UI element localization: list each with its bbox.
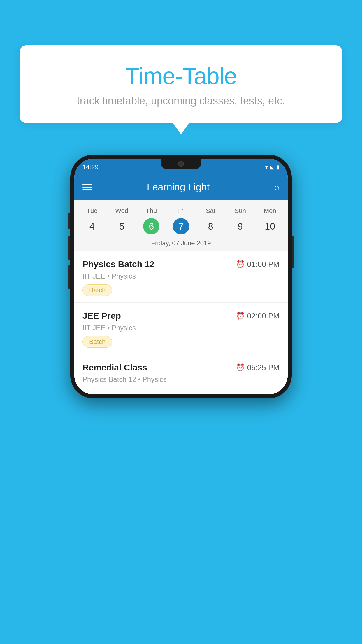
day-label-wed[interactable]: Wed <box>107 205 137 216</box>
day-number-9[interactable]: 9 <box>226 218 255 235</box>
day-label-sun[interactable]: Sun <box>226 205 255 216</box>
day-label-thu[interactable]: Thu <box>136 205 166 216</box>
wifi-icon: ▾ <box>265 164 268 170</box>
class-item-header-2: Remedial Class ⏰ 05:25 PM <box>82 363 280 372</box>
date-label: Friday, 07 June 2019 <box>74 237 288 251</box>
class-list: Physics Batch 12 ⏰ 01:00 PM IIT JEE • Ph… <box>74 251 288 394</box>
clock-icon-1: ⏰ <box>236 312 245 320</box>
speech-bubble: Time-Table track timetable, upcoming cla… <box>20 45 342 123</box>
class-time-0: ⏰ 01:00 PM <box>236 260 280 269</box>
bubble-title: Time-Table <box>31 63 331 90</box>
status-time: 14:29 <box>82 163 99 171</box>
class-item-0[interactable]: Physics Batch 12 ⏰ 01:00 PM IIT JEE • Ph… <box>74 251 288 303</box>
class-time-1: ⏰ 02:00 PM <box>236 312 280 321</box>
class-meta-0: IIT JEE • Physics <box>82 272 280 280</box>
clock-icon-0: ⏰ <box>236 260 245 268</box>
status-icons: ▾ ◣ ▮ <box>265 164 280 170</box>
day-number-8[interactable]: 8 <box>196 218 226 235</box>
day-label-mon[interactable]: Mon <box>255 205 285 216</box>
class-name-0: Physics Batch 12 <box>82 259 154 269</box>
hamburger-menu-icon[interactable] <box>82 184 92 190</box>
day-number-6[interactable]: 6 <box>143 218 159 235</box>
search-icon[interactable]: ⌕ <box>274 182 280 192</box>
phone-btn-volume-down <box>68 265 70 289</box>
app-title: Learning Light <box>99 181 258 193</box>
battery-icon: ▮ <box>277 164 280 170</box>
signal-icon: ◣ <box>270 164 274 170</box>
day-label-fri[interactable]: Fri <box>166 205 196 216</box>
calendar-strip: TueWedThuFriSatSunMon 45678910 Friday, 0… <box>74 200 288 251</box>
phone-btn-power <box>292 236 294 268</box>
phone-btn-volume-up <box>68 236 70 260</box>
day-label-tue[interactable]: Tue <box>77 205 107 216</box>
class-name-1: JEE Prep <box>82 311 121 321</box>
phone-outer: 14:29 ▾ ◣ ▮ Learning Light ⌕ TueWed <box>70 155 292 398</box>
day-label-sat[interactable]: Sat <box>196 205 226 216</box>
class-meta-1: IIT JEE • Physics <box>82 324 280 332</box>
class-item-2[interactable]: Remedial Class ⏰ 05:25 PM Physics Batch … <box>74 354 288 394</box>
phone-btn-volume-mute <box>68 213 70 229</box>
days-numbers: 45678910 <box>74 216 288 237</box>
day-number-5[interactable]: 5 <box>107 218 137 235</box>
day-number-10[interactable]: 10 <box>255 218 285 235</box>
app-bar: Learning Light ⌕ <box>74 174 288 200</box>
phone-screen: 14:29 ▾ ◣ ▮ Learning Light ⌕ TueWed <box>74 159 288 394</box>
class-item-1[interactable]: JEE Prep ⏰ 02:00 PM IIT JEE • Physics Ba… <box>74 303 288 354</box>
days-header: TueWedThuFriSatSunMon <box>74 205 288 216</box>
bubble-subtitle: track timetable, upcoming classes, tests… <box>31 95 331 107</box>
day-number-7[interactable]: 7 <box>173 218 189 235</box>
class-item-header-0: Physics Batch 12 ⏰ 01:00 PM <box>82 259 280 269</box>
phone-notch <box>161 159 201 169</box>
class-meta-2: Physics Batch 12 • Physics <box>82 375 280 384</box>
phone-mockup: 14:29 ▾ ◣ ▮ Learning Light ⌕ TueWed <box>70 155 292 398</box>
class-item-header-1: JEE Prep ⏰ 02:00 PM <box>82 311 280 321</box>
batch-tag-1: Batch <box>82 336 112 348</box>
class-time-2: ⏰ 05:25 PM <box>236 363 280 372</box>
clock-icon-2: ⏰ <box>236 363 245 372</box>
class-name-2: Remedial Class <box>82 363 147 372</box>
batch-tag-0: Batch <box>82 284 112 296</box>
day-number-4[interactable]: 4 <box>77 218 107 235</box>
camera <box>178 161 184 167</box>
